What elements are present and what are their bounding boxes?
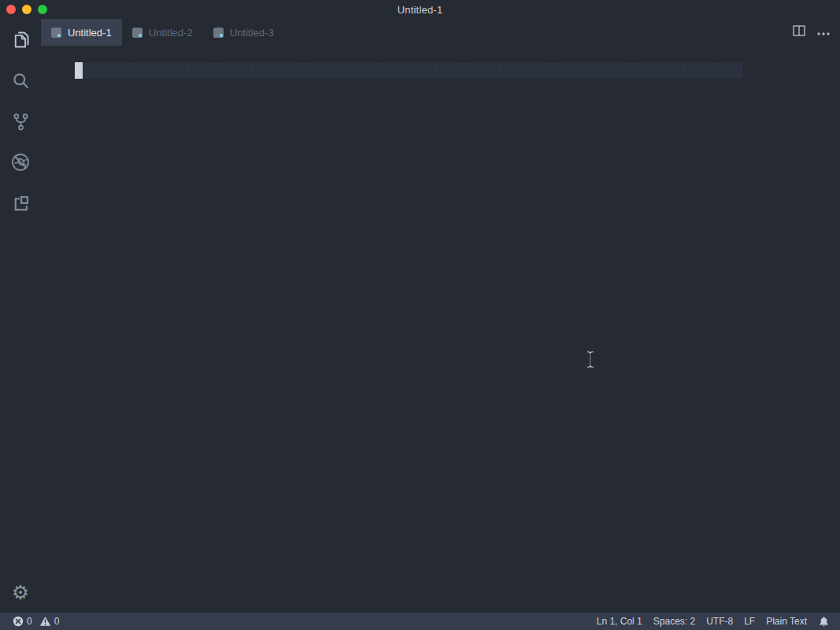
tab-label: Untitled-2 — [149, 27, 193, 39]
current-line-highlight — [75, 62, 743, 79]
warning-icon — [39, 616, 51, 627]
problems-indicator[interactable]: 0 0 — [13, 616, 59, 627]
gear-icon: ⚙ — [12, 583, 29, 602]
warning-count: 0 — [54, 616, 60, 627]
files-icon — [10, 29, 31, 50]
extensions-icon — [10, 193, 31, 214]
sidebar-item-search[interactable] — [0, 60, 41, 101]
tab-label: Untitled-3 — [230, 27, 274, 39]
more-actions-button[interactable] — [816, 25, 831, 39]
error-count: 0 — [27, 616, 32, 627]
notifications-button[interactable] — [818, 616, 830, 628]
cursor-position[interactable]: Ln 1, Col 1 — [597, 616, 642, 627]
status-bar: 0 0 Ln 1, Col 1 Spaces: 2 UTF-8 LF Plain… — [0, 613, 840, 630]
text-cursor — [75, 62, 83, 79]
editor-area[interactable] — [41, 46, 840, 613]
ibeam-mouse-cursor — [584, 350, 596, 374]
minimize-button[interactable] — [22, 5, 31, 14]
zoom-button[interactable] — [38, 5, 47, 14]
debug-disabled-icon — [9, 151, 31, 173]
split-editor-icon — [793, 25, 805, 39]
file-icon — [132, 28, 142, 38]
settings-button[interactable]: ⚙ — [0, 574, 41, 610]
split-editor-button[interactable] — [793, 25, 805, 39]
editor-actions — [793, 19, 831, 46]
indentation-setting[interactable]: Spaces: 2 — [653, 616, 695, 627]
tab-untitled-2[interactable]: Untitled-2 — [122, 19, 203, 46]
tab-bar: Untitled-1 Untitled-2 Untitled-3 — [41, 19, 840, 46]
sidebar-item-extensions[interactable] — [0, 183, 41, 224]
close-button[interactable] — [6, 5, 16, 14]
sidebar-item-debug[interactable] — [0, 142, 41, 183]
file-icon-corner — [139, 34, 142, 37]
status-left: 0 0 — [0, 616, 59, 627]
tab-label: Untitled-1 — [68, 27, 112, 39]
bell-icon — [818, 616, 830, 628]
file-icon-corner — [57, 34, 61, 37]
tab-untitled-1[interactable]: Untitled-1 — [41, 19, 122, 46]
traffic-lights — [6, 0, 47, 19]
titlebar: Untitled-1 — [0, 0, 840, 19]
file-icon — [213, 28, 224, 38]
sidebar-item-explorer[interactable] — [0, 19, 41, 60]
sidebar-item-source-control[interactable] — [0, 101, 41, 142]
status-right: Ln 1, Col 1 Spaces: 2 UTF-8 LF Plain Tex… — [597, 616, 840, 628]
file-icon — [51, 28, 61, 38]
window-title: Untitled-1 — [398, 4, 443, 16]
eol-setting[interactable]: LF — [744, 616, 755, 627]
activity-bar: ⚙ — [0, 19, 41, 613]
search-icon — [10, 70, 31, 91]
encoding-setting[interactable]: UTF-8 — [706, 616, 733, 627]
tab-untitled-3[interactable]: Untitled-3 — [203, 19, 284, 46]
file-icon-corner — [220, 34, 223, 37]
more-actions-icon — [816, 25, 831, 39]
source-control-icon — [10, 111, 31, 132]
error-icon — [13, 616, 24, 627]
vscode-window: Untitled-1 — [0, 0, 840, 630]
language-mode[interactable]: Plain Text — [766, 616, 807, 627]
